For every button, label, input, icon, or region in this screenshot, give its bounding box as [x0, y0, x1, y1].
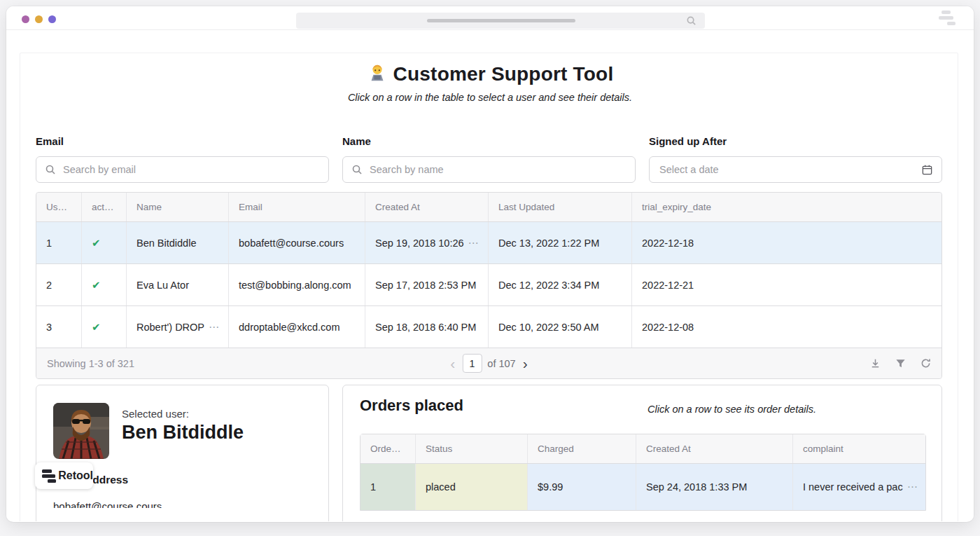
column-header-last-updated[interactable]: Last Updated	[489, 193, 632, 221]
email-search-input[interactable]	[63, 157, 321, 182]
cell-last-updated: Dec 12, 2022 3:34 PM	[489, 264, 632, 305]
window-minimize-button[interactable]	[35, 15, 43, 23]
column-header-status[interactable]: Status	[416, 434, 528, 463]
cell-charged: $9.99	[528, 464, 636, 510]
calendar-icon[interactable]	[921, 164, 933, 179]
window-maximize-button[interactable]	[48, 15, 56, 23]
column-header-charged[interactable]: Charged	[528, 434, 636, 463]
cell-user-id: 3	[36, 306, 82, 348]
cell-overflow-icon[interactable]: ⋯	[903, 481, 918, 493]
row-count-status: Showing 1-3 of 321	[47, 358, 134, 369]
page-subtitle: Click on a row in the table to select a …	[6, 92, 974, 103]
orders-table-header: Orde… Status Charged Created At complain…	[360, 434, 925, 464]
page-title-text: Customer Support Tool	[393, 63, 614, 85]
cell-email: ddroptable@xkcd.com	[229, 306, 365, 348]
column-header-complaint[interactable]: complaint	[793, 434, 925, 463]
address-bar-placeholder	[427, 19, 575, 22]
cell-email: bobafett@course.cours	[229, 222, 365, 263]
column-header-trial-expiry-date[interactable]: trial_expiry_date	[632, 193, 941, 221]
date-picker-input[interactable]	[659, 157, 915, 182]
refresh-icon[interactable]	[920, 357, 932, 369]
table-row[interactable]: 2 ✔ Eva Lu Ator test@bobbing.along.com S…	[36, 264, 941, 306]
chevron-left-icon[interactable]: ‹	[449, 357, 456, 371]
cell-created-at: Sep 17, 2018 2:53 PM	[365, 264, 489, 305]
email-filter-label: Email	[36, 135, 329, 147]
filter-icon[interactable]	[895, 357, 906, 369]
column-header-order-id[interactable]: Orde…	[360, 434, 416, 463]
table-row[interactable]: 1 ✔ Ben Bitdiddle bobafett@course.cours …	[36, 222, 941, 264]
cell-overflow-icon[interactable]: ⋯	[464, 237, 479, 249]
cell-trial-expiry: 2022-12-08	[632, 306, 941, 348]
orders-title: Orders placed	[360, 397, 463, 415]
name-filter-label: Name	[342, 135, 636, 147]
browser-menu-icon[interactable]	[934, 9, 958, 27]
name-filter: Name	[342, 135, 636, 183]
table-footer: Showing 1-3 of 321 ‹ of 107 ›	[36, 348, 941, 378]
search-icon	[686, 15, 696, 29]
users-table: Us… act… Name Email Created At Last Upda…	[36, 192, 942, 379]
cell-created-at: Sep 24, 2018 1:33 PM	[636, 464, 793, 510]
cell-name: Eva Lu Ator	[127, 264, 229, 305]
retool-badge[interactable]: Retool	[35, 462, 93, 489]
table-row[interactable]: 1 placed $9.99 Sep 24, 2018 1:33 PM I ne…	[360, 464, 925, 510]
cell-created-at: Sep 18, 2018 6:40 PM	[365, 306, 489, 348]
cell-overflow-icon[interactable]: ⋯	[204, 321, 220, 334]
selected-user-card: Selected user: Ben Bitdiddle Email Addre…	[36, 385, 329, 521]
selected-user-label: Selected user:	[122, 408, 189, 420]
users-table-header: Us… act… Name Email Created At Last Upda…	[36, 193, 941, 222]
search-icon	[351, 164, 363, 178]
cell-email: test@bobbing.along.com	[229, 264, 365, 305]
cell-last-updated: Dec 10, 2022 9:50 AM	[489, 306, 632, 348]
cell-complaint: I never received a pac	[803, 481, 903, 493]
cell-user-id: 1	[36, 222, 82, 263]
cell-order-id: 1	[360, 464, 416, 510]
signed-up-after-label: Signed up After	[649, 135, 942, 147]
chevron-right-icon[interactable]: ›	[522, 357, 529, 371]
column-header-created-at[interactable]: Created At	[365, 193, 489, 221]
technologist-emoji-icon	[367, 62, 388, 88]
window-controls	[22, 15, 56, 23]
cell-user-id: 2	[36, 264, 82, 305]
browser-chrome	[6, 6, 974, 30]
name-search-input[interactable]	[370, 157, 628, 182]
column-header-name[interactable]: Name	[127, 193, 229, 221]
column-header-email[interactable]: Email	[229, 193, 365, 221]
column-header-user-id[interactable]: Us…	[36, 193, 82, 221]
column-header-created-at[interactable]: Created At	[636, 434, 793, 463]
retool-logo-icon	[42, 469, 54, 483]
page-count-label: of 107	[487, 358, 515, 369]
page-title: Customer Support Tool	[6, 62, 974, 88]
window-close-button[interactable]	[22, 15, 29, 23]
cell-name: Robert') DROP	[136, 322, 204, 333]
table-row[interactable]: 3 ✔ Robert') DROP ⋯ ddroptable@xkcd.com …	[36, 306, 941, 348]
retool-badge-label: Retool	[58, 469, 93, 482]
page-number-input[interactable]	[462, 354, 482, 373]
active-check-icon: ✔	[92, 237, 101, 249]
active-check-icon: ✔	[92, 279, 101, 291]
search-icon	[45, 164, 56, 178]
pagination: ‹ of 107 ›	[449, 354, 528, 373]
email-address-value: bobafett@course.cours	[53, 500, 162, 508]
active-check-icon: ✔	[92, 321, 101, 334]
address-bar[interactable]	[296, 13, 705, 29]
selected-user-name: Ben Bitdiddle	[122, 422, 244, 444]
email-filter: Email	[36, 135, 329, 183]
cell-trial-expiry: 2022-12-21	[632, 264, 941, 305]
user-avatar	[53, 403, 109, 459]
cell-created-at: Sep 19, 2018 10:26	[375, 238, 464, 249]
orders-card: Orders placed Click on a row to see its …	[342, 385, 942, 521]
cell-status: placed	[416, 464, 528, 510]
signed-up-after-filter: Signed up After	[649, 135, 942, 183]
download-icon[interactable]	[869, 357, 881, 369]
browser-window: Customer Support Tool Click on a row in …	[6, 6, 974, 522]
orders-table: Orde… Status Charged Created At complain…	[360, 434, 926, 511]
cell-last-updated: Dec 13, 2022 1:22 PM	[489, 222, 632, 263]
app-canvas: Customer Support Tool Click on a row in …	[6, 30, 974, 521]
orders-subtitle: Click on a row to see its order details.	[648, 404, 816, 415]
cell-trial-expiry: 2022-12-18	[632, 222, 941, 263]
column-header-active[interactable]: act…	[82, 193, 127, 221]
cell-name: Ben Bitdiddle	[127, 222, 229, 263]
